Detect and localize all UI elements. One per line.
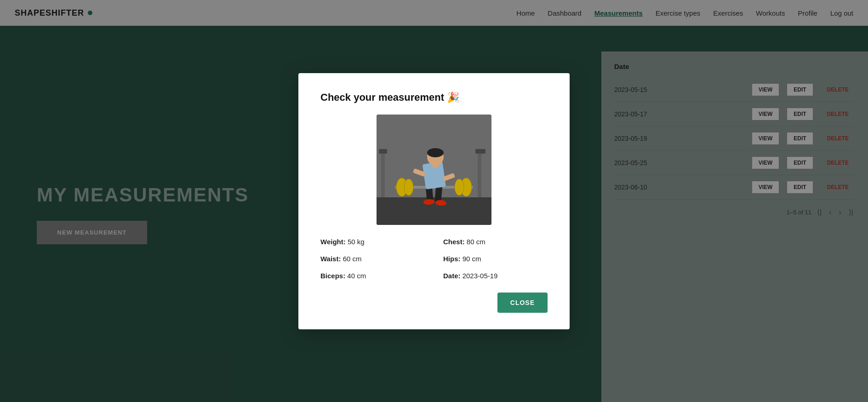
hips-value: 90 cm xyxy=(463,255,481,263)
date-label: Date: xyxy=(443,272,461,280)
modal-footer: CLOSE xyxy=(320,293,548,313)
biceps-label: Biceps: xyxy=(320,272,345,280)
measurement-modal: Check your measurement 🎉 xyxy=(298,73,570,329)
modal-title: Check your measurement 🎉 xyxy=(320,92,548,103)
hips-label: Hips: xyxy=(443,255,461,263)
waist-detail: Waist: 60 cm xyxy=(320,255,425,263)
waist-label: Waist: xyxy=(320,255,341,263)
svg-rect-20 xyxy=(432,163,439,167)
biceps-detail: Biceps: 40 cm xyxy=(320,272,425,280)
waist-value: 60 cm xyxy=(343,255,362,263)
chest-value: 80 cm xyxy=(467,238,485,246)
athlete-illustration xyxy=(377,115,491,225)
modal-image-container xyxy=(320,115,548,225)
chest-label: Chest: xyxy=(443,238,465,246)
svg-point-10 xyxy=(455,179,464,195)
svg-point-8 xyxy=(404,179,413,195)
weight-value: 50 kg xyxy=(348,238,365,246)
svg-point-19 xyxy=(427,148,444,157)
modal-overlay: Check your measurement 🎉 xyxy=(0,0,868,402)
svg-rect-4 xyxy=(379,149,387,154)
date-detail: Date: 2023-05-19 xyxy=(443,272,548,280)
weight-detail: Weight: 50 kg xyxy=(320,238,425,246)
close-button[interactable]: CLOSE xyxy=(497,293,548,313)
chest-detail: Chest: 80 cm xyxy=(443,238,548,246)
measurement-photo xyxy=(377,115,491,225)
modal-details: Weight: 50 kg Chest: 80 cm Waist: 60 cm … xyxy=(320,238,548,280)
svg-rect-5 xyxy=(475,149,485,154)
weight-label: Weight: xyxy=(320,238,346,246)
hips-detail: Hips: 90 cm xyxy=(443,255,548,263)
biceps-value: 40 cm xyxy=(347,272,366,280)
svg-rect-2 xyxy=(381,151,385,197)
svg-rect-3 xyxy=(478,151,481,197)
date-value: 2023-05-19 xyxy=(463,272,498,280)
